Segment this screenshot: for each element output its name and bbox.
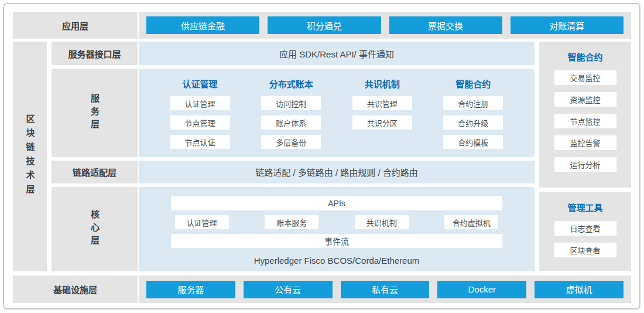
service-item: 节点认证 [170, 135, 230, 149]
interface-layer-content: 应用 SDK/Rest API/ 事件通知 [139, 42, 535, 65]
core-module: 合约虚拟机 [444, 215, 498, 229]
application-layer-label: 应用层 [13, 12, 138, 39]
service-item: 认证管理 [170, 96, 230, 110]
monitor-item: 监控告警 [554, 135, 616, 150]
service-item: 合约模板 [443, 135, 503, 149]
infra-item-private-cloud: 私有云 [341, 281, 430, 298]
service-item: 访问控制 [261, 96, 321, 110]
link-layer-label: 链路适配层 [52, 161, 138, 183]
service-item: 账户体系 [261, 115, 321, 130]
infra-item-docker: Docker [437, 281, 526, 298]
service-column-consensus: 共识机制 共识管理 共识分区 [352, 77, 412, 157]
monitor-panel: 智能合约 交易监控 资源监控 节点监控 监控告警 运行分析 [539, 42, 631, 188]
tools-item: 日志查看 [554, 221, 616, 236]
core-module: 共识机制 [355, 215, 409, 229]
core-apis-bar: APIs [171, 196, 502, 210]
core-layer-label: 核心层 [52, 187, 138, 271]
service-column-title: 认证管理 [183, 77, 218, 89]
monitor-item: 运行分析 [554, 157, 616, 172]
tools-panel-title: 管理工具 [567, 201, 602, 213]
infrastructure-layer-label: 基础设施层 [13, 275, 138, 303]
app-item-reconciliation-clearing: 对账清算 [511, 16, 624, 34]
application-layer-strip: 供应链金融 积分通兑 票据交换 对账清算 [139, 12, 631, 39]
tools-panel: 管理工具 日志查看 区块查看 [539, 192, 631, 271]
core-layer-panel: APIs 认证管理 账本服务 共识机制 合约虚拟机 事件流 Hyperledge… [139, 187, 535, 271]
service-layer-label: 服务层 [52, 69, 138, 157]
service-item: 合约升级 [443, 115, 503, 130]
core-modules-row: 认证管理 账本服务 共识机制 合约虚拟机 [139, 215, 535, 229]
service-item: 共识分区 [352, 115, 412, 130]
core-event-stream-bar: 事件流 [171, 234, 502, 248]
infra-item-server: 服务器 [146, 281, 235, 298]
core-platforms-caption: Hyperledger Fisco BCOS/Corda/Ethereum [139, 256, 535, 266]
core-module: 账本服务 [265, 215, 318, 229]
infra-item-public-cloud: 公有云 [244, 281, 333, 298]
service-column-ledger: 分布式账本 访问控制 账户体系 多层备份 [261, 77, 321, 157]
app-item-bill-exchange: 票据交换 [389, 16, 502, 34]
service-column-title: 共识机制 [365, 77, 400, 89]
monitor-panel-title: 智能合约 [567, 50, 602, 63]
app-item-points-exchange: 积分通兑 [268, 16, 381, 34]
monitor-item: 节点监控 [554, 114, 616, 128]
infra-item-vm: 虚拟机 [535, 281, 624, 298]
service-item: 共识管理 [352, 96, 412, 110]
monitor-item: 交易监控 [554, 70, 616, 85]
service-column-title: 智能合约 [455, 77, 491, 89]
service-item: 合约注册 [443, 96, 503, 110]
app-item-supply-chain-finance: 供应链金融 [146, 16, 259, 34]
tools-item: 区块查看 [554, 243, 616, 257]
blockchain-tech-layer-label: 区块链技术层 [13, 42, 47, 271]
service-column-title: 分布式账本 [269, 77, 313, 89]
service-item: 节点管理 [170, 115, 230, 130]
service-column-auth: 认证管理 认证管理 节点管理 节点认证 [170, 77, 230, 157]
link-layer-content: 链路适配 / 多链路由 / 路由规则 / 合约路由 [139, 161, 535, 183]
interface-layer-label: 服务器接口层 [52, 42, 138, 65]
service-layer-panel: 认证管理 认证管理 节点管理 节点认证 分布式账本 访问控制 账户体系 多层备份… [139, 69, 535, 157]
service-column-smart-contract: 智能合约 合约注册 合约升级 合约模板 [443, 77, 503, 157]
monitor-item: 资源监控 [554, 92, 616, 107]
service-item: 多层备份 [261, 135, 321, 149]
infrastructure-layer-strip: 服务器 公有云 私有云 Docker 虚拟机 [139, 275, 631, 303]
core-module: 认证管理 [175, 215, 229, 229]
